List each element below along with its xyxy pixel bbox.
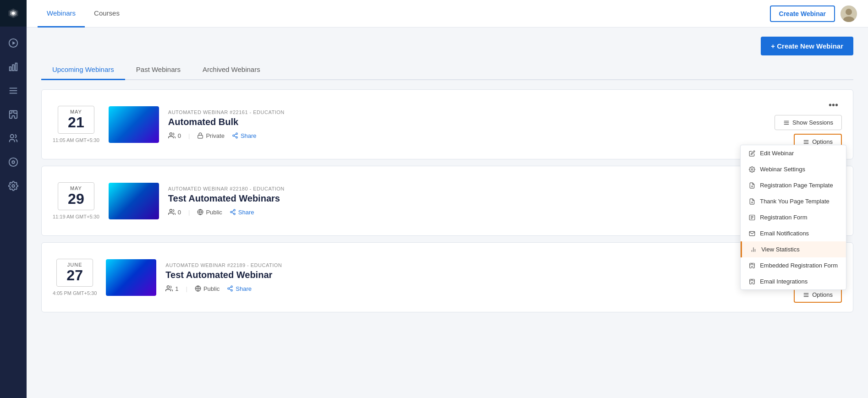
svg-line-24 [234, 134, 236, 135]
dropdown-thank-you-page-label: Thank You Page Template [760, 198, 830, 205]
webinar-meta-3: AUTOMATED WEBINAR #22189 - EDUCATION [165, 262, 741, 268]
svg-point-18 [170, 133, 172, 135]
logo[interactable] [0, 0, 27, 27]
webinar-info-2: AUTOMATED WEBINAR #22180 - EDUCATION Tes… [168, 186, 741, 216]
svg-rect-5 [10, 67, 11, 71]
svg-rect-19 [198, 135, 203, 138]
dropdown-email-notif-label: Email Notifications [760, 230, 809, 237]
dropdown-email-notifications[interactable]: Email Notifications [741, 225, 846, 241]
svg-line-23 [234, 136, 236, 137]
svg-point-60 [231, 286, 233, 288]
webinar-title-3: Test Automated Webinar [165, 270, 741, 280]
topnav-tabs: Webinars Courses [38, 0, 770, 27]
dropdown-reg-form-label: Registration Form [760, 214, 807, 221]
dropdown-webinar-settings-label: Webinar Settings [760, 166, 805, 173]
svg-rect-7 [16, 63, 17, 71]
tab-archived-webinars[interactable]: Archived Webinars [192, 61, 271, 80]
svg-point-20 [236, 133, 238, 135]
date-day-2: 29 [60, 191, 92, 207]
date-day-1: 21 [60, 114, 92, 131]
avatar[interactable] [841, 5, 857, 22]
svg-line-50 [232, 211, 234, 212]
svg-point-22 [236, 136, 238, 138]
date-badge-2: MAY 29 [58, 182, 94, 210]
sidebar [0, 0, 27, 398]
visibility-label-2: Public [206, 209, 222, 216]
nav-puzzle[interactable] [0, 103, 27, 126]
nav-users[interactable] [0, 126, 27, 150]
webinar-meta-1: AUTOMATED WEBINAR #22161 - EDUCATION [168, 109, 741, 115]
svg-point-62 [231, 289, 233, 291]
dropdown-registration-form[interactable]: Registration Form [741, 209, 846, 225]
svg-point-43 [170, 209, 172, 212]
date-day-3: 27 [59, 267, 91, 284]
webinar-tags-1: 0 | Private Share [168, 132, 741, 139]
webinar-tags-2: 0 | Public Share [168, 208, 741, 216]
date-badge-1: MAY 21 [58, 106, 94, 134]
main-content: Webinars Courses Create Webinar + Create… [27, 0, 868, 398]
dropdown-view-statistics[interactable]: View Statistics [741, 241, 846, 257]
svg-point-57 [167, 286, 170, 288]
show-sessions-button-1[interactable]: Show Sessions [775, 115, 842, 130]
dropdown-embedded-reg-form-label: Embedded Registration Form [760, 262, 838, 269]
svg-point-13 [12, 161, 15, 164]
webinar-meta-2: AUTOMATED WEBINAR #22180 - EDUCATION [168, 186, 741, 191]
tab-webinars[interactable]: Webinars [38, 0, 85, 27]
nav-chart[interactable] [0, 55, 27, 79]
svg-point-14 [12, 185, 15, 187]
dropdown-email-integrations-label: Email Integrations [760, 278, 808, 285]
create-webinar-button[interactable]: Create Webinar [770, 5, 835, 22]
svg-point-61 [228, 288, 230, 289]
attendees-tag-1: 0 [168, 132, 181, 139]
share-link-1[interactable]: Share [232, 132, 257, 139]
attendees-count-1: 0 [178, 132, 181, 139]
card-actions-1: ••• Show Sessions Options Edit Webinar [750, 99, 842, 150]
dropdown-thank-you-page-template[interactable]: Thank You Page Template [741, 193, 846, 209]
webinar-info-3: AUTOMATED WEBINAR #22189 - EDUCATION Tes… [165, 262, 741, 292]
share-label-3: Share [236, 285, 252, 292]
attendees-count-2: 0 [178, 209, 181, 216]
topnav-actions: Create Webinar [770, 5, 857, 22]
nav-circle-settings[interactable] [0, 150, 27, 174]
webinar-title-2: Test Automated Webinars [168, 193, 741, 204]
dropdown-reg-page-label: Registration Page Template [760, 182, 833, 189]
share-label-1: Share [241, 132, 257, 139]
svg-line-63 [229, 289, 231, 290]
attendees-tag-2: 0 [168, 208, 181, 216]
options-label-3: Options [812, 291, 833, 298]
share-link-3[interactable]: Share [227, 285, 252, 292]
dropdown-email-integrations[interactable]: Email Integrations [741, 273, 846, 289]
webinar-tags-3: 1 | Public Share [165, 285, 741, 292]
svg-point-47 [231, 211, 232, 213]
date-time-2: 11:19 AM GMT+5:30 [53, 214, 99, 219]
webinar-card-3: JUNE 27 4:05 PM GMT+5:30 AUTOMATED WEBIN… [41, 242, 853, 312]
tab-upcoming-webinars[interactable]: Upcoming Webinars [41, 61, 125, 80]
dropdown-registration-page-template[interactable]: Registration Page Template [741, 177, 846, 193]
webinar-thumb-3 [106, 259, 156, 296]
webinar-info-1: AUTOMATED WEBINAR #22161 - EDUCATION Aut… [168, 109, 741, 139]
share-link-2[interactable]: Share [230, 209, 254, 216]
more-options-button-1[interactable]: ••• [825, 99, 842, 111]
dropdown-webinar-settings[interactable]: Webinar Settings [741, 161, 846, 177]
tab-past-webinars[interactable]: Past Webinars [125, 61, 192, 80]
svg-point-21 [233, 135, 235, 136]
nav-play[interactable] [0, 31, 27, 55]
options-label-1: Options [812, 138, 833, 145]
visibility-tag-1: Private [197, 132, 224, 139]
visibility-tag-3: Public [195, 285, 220, 292]
dropdown-embedded-reg-form[interactable]: Embedded Registration Form [741, 257, 846, 273]
attendees-count-3: 1 [175, 285, 178, 292]
webinar-card-1: MAY 21 11:05 AM GMT+5:30 AUTOMATED WEBIN… [41, 89, 853, 159]
attendees-tag-3: 1 [165, 285, 178, 292]
webinar-thumb-2 [109, 183, 159, 219]
webinar-card-2: MAY 29 11:19 AM GMT+5:30 AUTOMATED WEBIN… [41, 166, 853, 236]
tab-courses[interactable]: Courses [85, 0, 129, 27]
visibility-tag-2: Public [197, 209, 222, 216]
share-label-2: Share [238, 209, 254, 216]
nav-list[interactable] [0, 79, 27, 103]
svg-point-12 [9, 158, 17, 166]
dropdown-edit-webinar[interactable]: Edit Webinar [741, 145, 846, 161]
nav-settings[interactable] [0, 174, 27, 198]
create-new-webinar-button[interactable]: + Create New Webinar [761, 37, 853, 55]
visibility-label-1: Private [206, 132, 224, 139]
